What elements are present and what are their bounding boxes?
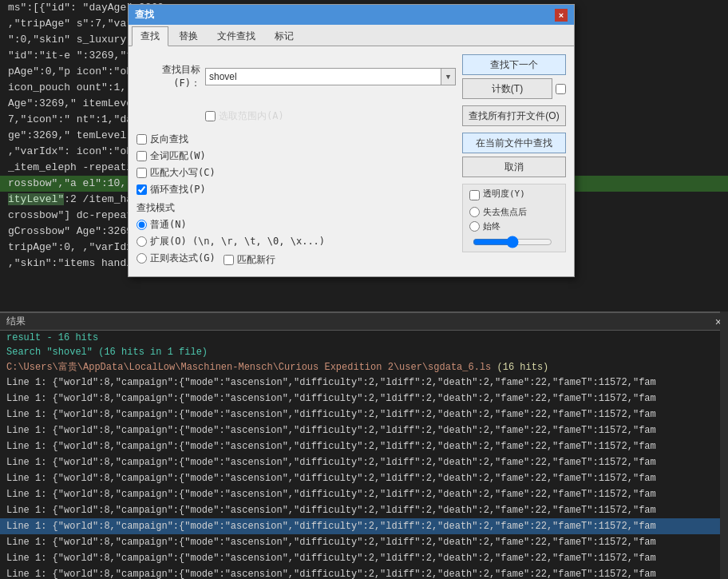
find-in-current-button[interactable]: 在当前文件中查找 <box>462 133 566 153</box>
results-file-path: C:\Users\富贵\AppData\LocalLow\Maschinen-M… <box>0 359 728 375</box>
transparency-blur-row: 失去焦点后 <box>469 206 559 218</box>
result-line-3: Line 1: {"world":8,"campaign":{"mode":"a… <box>0 406 728 422</box>
results-title: 结果 <box>6 315 26 328</box>
transparency-section: 透明度(Y) 失去焦点后 始终 <box>462 184 566 252</box>
count-button[interactable]: 计数(T) <box>462 78 552 99</box>
result-line-5: Line 1: {"world":8,"campaign":{"mode":"a… <box>0 438 728 454</box>
file-hits-text: (16 hits) <box>497 362 549 373</box>
transparency-label: 透明度(Y) <box>483 188 525 200</box>
mode-extended-label: 扩展(O) (\n, \r, \t, \0, \x...) <box>150 235 325 248</box>
reverse-find-row: 反向查找 <box>136 133 456 146</box>
mode-regex-radio[interactable] <box>136 253 147 264</box>
dialog-titlebar: 查找 × <box>129 5 574 25</box>
search-input[interactable] <box>205 68 441 85</box>
result-line-13: Line 1: {"world":8,"campaign":{"mode":"a… <box>0 566 728 579</box>
whole-word-row: 全词匹配(W) <box>136 149 456 163</box>
search-dialog: 查找 × 查找 替换 文件查找 标记 查找目标(F)： ▼ 查找下一个 计数(T… <box>128 4 575 277</box>
results-scrollbar[interactable] <box>720 311 728 579</box>
transparency-always-label: 始终 <box>483 220 500 232</box>
result-line-6: Line 1: {"world":8,"campaign":{"mode":"a… <box>0 454 728 470</box>
dialog-title: 查找 <box>135 8 154 22</box>
mode-normal-label: 普通(N) <box>150 218 187 232</box>
results-search-summary: Search "shovel" (16 hits in 1 file) <box>0 345 728 359</box>
match-newline-checkbox[interactable] <box>224 255 234 265</box>
result-line-4: Line 1: {"world":8,"campaign":{"mode":"a… <box>0 422 728 438</box>
file-path-text: C:\Users\富贵\AppData\LocalLow\Maschinen-M… <box>6 362 491 373</box>
whole-word-checkbox[interactable] <box>136 151 147 161</box>
find-next-button[interactable]: 查找下一个 <box>462 54 566 75</box>
mode-normal-row: 普通(N) <box>136 218 456 232</box>
result-line-1: Line 1: {"world":8,"campaign":{"mode":"a… <box>0 375 728 391</box>
dialog-body: 查找目标(F)： ▼ 查找下一个 计数(T) 选取范围内(A) <box>129 46 574 276</box>
transparency-always-radio[interactable] <box>469 221 480 232</box>
combo-dropdown-arrow[interactable]: ▼ <box>441 68 456 85</box>
tab-mark[interactable]: 标记 <box>266 26 303 46</box>
match-case-label: 匹配大小写(C) <box>150 166 216 180</box>
transparency-slider-row <box>469 236 559 248</box>
transparency-always-row: 始终 <box>469 220 559 232</box>
match-newline-label: 匹配新行 <box>237 253 275 267</box>
results-lines-container: Line 1: {"world":8,"campaign":{"mode":"a… <box>0 375 728 579</box>
search-input-combo: ▼ <box>205 68 456 85</box>
result-line-9: Line 1: {"world":8,"campaign":{"mode":"a… <box>0 502 728 518</box>
select-range-checkbox[interactable] <box>205 111 216 121</box>
mode-regex-label: 正则表达式(G) <box>150 252 216 265</box>
cancel-button[interactable]: 取消 <box>462 157 566 177</box>
transparency-blur-label: 失去焦点后 <box>483 206 527 218</box>
result-line-2: Line 1: {"world":8,"campaign":{"mode":"a… <box>0 391 728 406</box>
search-target-label: 查找目标(F)： <box>136 63 200 90</box>
mode-extended-radio[interactable] <box>136 236 147 247</box>
tab-replace[interactable]: 替换 <box>170 26 207 46</box>
mode-label: 查找模式 <box>136 201 456 215</box>
select-range-label: 选取范围内(A) <box>219 109 284 123</box>
results-panel: 结果 × result - 16 hits Search "shovel" (1… <box>0 311 728 579</box>
transparency-checkbox[interactable] <box>469 190 480 200</box>
find-all-open-button[interactable]: 查找所有打开文件(O) <box>462 105 566 126</box>
result-line-11: Line 1: {"world":8,"campaign":{"mode":"a… <box>0 534 728 550</box>
result-count: result - 16 hits <box>0 331 728 345</box>
dialog-close-button[interactable]: × <box>555 9 568 22</box>
transparency-slider[interactable] <box>473 236 552 248</box>
results-titlebar: 结果 × <box>0 313 728 331</box>
result-line-8: Line 1: {"world":8,"campaign":{"mode":"a… <box>0 486 728 502</box>
search-target-row: 查找目标(F)： ▼ 查找下一个 计数(T) <box>136 54 566 99</box>
select-range-row: 选取范围内(A) 查找所有打开文件(O) <box>136 105 566 126</box>
count-checkbox[interactable] <box>556 84 566 94</box>
left-options: 反向查找 全词匹配(W) 匹配大小写(C) 循环查找(P) 查找模式 <box>136 133 456 268</box>
right-buttons-area: 在当前文件中查找 取消 透明度(Y) 失去焦点后 始终 <box>462 133 566 268</box>
mode-normal-radio[interactable] <box>136 220 147 230</box>
wrap-label: 循环查找(P) <box>150 183 206 196</box>
wrap-checkbox[interactable] <box>136 184 147 195</box>
mode-extended-row: 扩展(O) (\n, \r, \t, \0, \x...) <box>136 235 456 248</box>
tab-file-find[interactable]: 文件查找 <box>208 26 264 46</box>
result-line-10: Line 1: {"world":8,"campaign":{"mode":"a… <box>0 518 728 534</box>
result-line-7: Line 1: {"world":8,"campaign":{"mode":"a… <box>0 470 728 486</box>
transparency-blur-radio[interactable] <box>469 207 480 217</box>
mode-regex-row: 正则表达式(G) <box>136 252 216 265</box>
mode-section: 查找模式 普通(N) 扩展(O) (\n, \r, \t, \0, \x...)… <box>136 201 456 268</box>
wrap-row: 循环查找(P) <box>136 183 456 196</box>
result-line-12: Line 1: {"world":8,"campaign":{"mode":"a… <box>0 550 728 566</box>
match-case-checkbox[interactable] <box>136 168 147 178</box>
reverse-find-checkbox[interactable] <box>136 134 147 145</box>
whole-word-label: 全词匹配(W) <box>150 149 206 163</box>
tab-find[interactable]: 查找 <box>132 26 168 46</box>
match-case-row: 匹配大小写(C) <box>136 166 456 180</box>
options-area: 反向查找 全词匹配(W) 匹配大小写(C) 循环查找(P) 查找模式 <box>136 133 566 268</box>
dialog-tab-bar: 查找 替换 文件查找 标记 <box>129 25 574 46</box>
reverse-find-label: 反向查找 <box>150 133 188 146</box>
